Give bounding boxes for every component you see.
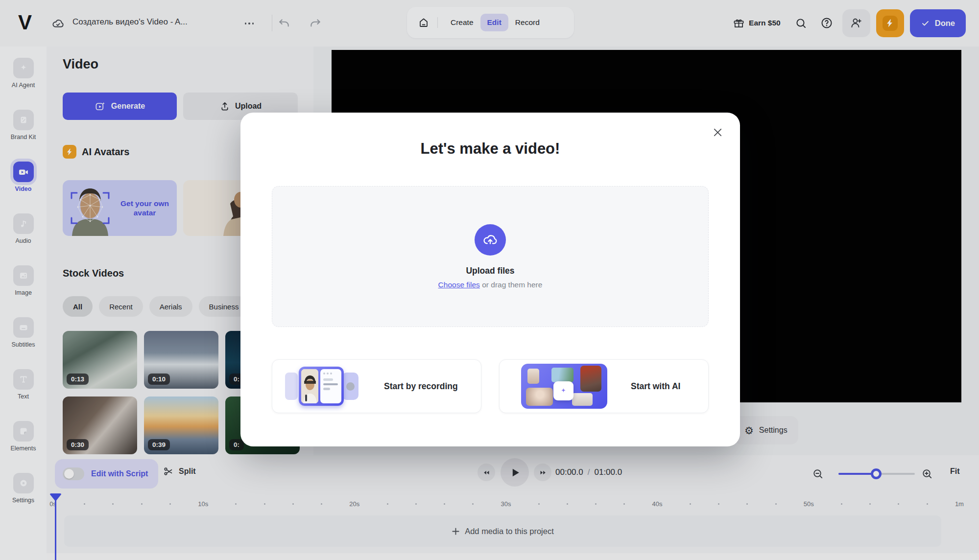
- brand-kit-icon: [18, 114, 29, 126]
- pill-divider: [437, 17, 438, 28]
- image-icon: [18, 270, 29, 281]
- sidebar-item-subtitles[interactable]: Subtitles: [0, 317, 47, 358]
- sparkle-icon: [18, 62, 29, 74]
- lets-make-a-video-modal: Let's make a video! Upload files Choose …: [240, 113, 740, 446]
- cloud-upload-icon[interactable]: [475, 224, 506, 256]
- earn-reward-button[interactable]: Earn $50: [733, 18, 781, 29]
- time-display: 00:00.0 / 01:00.0: [555, 467, 622, 477]
- sidebar-item-video[interactable]: Video: [0, 162, 47, 203]
- stock-category-tabs: All Recent Aerials Business: [63, 296, 249, 317]
- horizontal-scroll-area[interactable]: [0, 553, 979, 560]
- text-icon: [18, 373, 29, 385]
- subtitles-icon: [18, 322, 29, 333]
- generate-button[interactable]: Generate: [63, 93, 177, 120]
- ai-badge-lightning-icon: [63, 145, 76, 159]
- sidebar-item-brand-kit[interactable]: Brand Kit: [0, 110, 47, 151]
- rewind-button[interactable]: [478, 464, 495, 481]
- ai-avatars-header: AI Avatars: [63, 145, 129, 159]
- home-icon[interactable]: [415, 14, 432, 31]
- add-media-track[interactable]: Add media to this project: [64, 515, 941, 547]
- recording-illustration: [285, 364, 358, 409]
- duration-badge: 0:30: [67, 439, 89, 450]
- sidebar-item-image[interactable]: Image: [0, 265, 47, 306]
- tab-all[interactable]: All: [63, 296, 93, 317]
- done-button[interactable]: Done: [910, 9, 966, 37]
- mode-switcher: Create Edit Record: [407, 7, 574, 38]
- tab-create[interactable]: Create: [444, 14, 480, 31]
- current-time: 00:00.0: [555, 467, 583, 477]
- get-avatar-label: Get your own avatar: [118, 199, 177, 218]
- playhead-line[interactable]: [55, 499, 56, 560]
- close-icon[interactable]: [708, 122, 727, 142]
- upload-hint: Choose files or drag them here: [438, 280, 543, 289]
- duration-badge: 0:: [229, 439, 244, 450]
- timeline-bar: Edit with Script Split 00:00.0 / 01:00.0: [47, 455, 979, 560]
- duration-badge: 0:13: [67, 373, 89, 385]
- sidebar-item-elements[interactable]: Elements: [0, 421, 47, 462]
- start-with-ai-card[interactable]: Start with AI: [499, 359, 709, 413]
- lightning-icon: [883, 16, 898, 31]
- sidebar-item-audio[interactable]: Audio: [0, 213, 47, 255]
- tab-record[interactable]: Record: [508, 14, 547, 31]
- left-rail: AI Agent Brand Kit Video Audio Image Sub…: [0, 47, 47, 560]
- plus-icon: [452, 527, 460, 536]
- redo-icon[interactable]: [307, 16, 324, 31]
- ai-card-label: Start with AI: [631, 381, 680, 392]
- get-your-own-avatar-card[interactable]: Get your own avatar: [63, 180, 177, 236]
- sidebar-item-ai-agent[interactable]: AI Agent: [0, 58, 47, 99]
- gift-icon: [733, 18, 744, 29]
- edit-with-script-toggle[interactable]: Edit with Script: [55, 459, 158, 489]
- invite-member-button[interactable]: [842, 9, 870, 37]
- settings-icon: [18, 477, 29, 489]
- video-camera-icon: [17, 166, 29, 178]
- zoom-out-icon[interactable]: [811, 467, 825, 481]
- scissors-icon: [163, 466, 174, 477]
- stock-video-thumbnail[interactable]: 0:30: [63, 397, 137, 454]
- search-icon[interactable]: [791, 13, 811, 33]
- ai-sparkle-icon: [553, 381, 573, 400]
- generate-icon: [95, 101, 106, 112]
- more-options-icon[interactable]: [239, 18, 260, 29]
- timeline-ruler[interactable]: 0s 10s 20s 30s 40s 50s 1m: [49, 497, 964, 511]
- duration-badge: 0:10: [148, 373, 170, 385]
- play-button[interactable]: [501, 458, 529, 487]
- project-title[interactable]: Создатель видео's Video - A...: [72, 17, 228, 27]
- choose-files-link[interactable]: Choose files: [438, 280, 480, 289]
- upgrade-button[interactable]: [876, 9, 904, 37]
- check-icon: [921, 19, 930, 28]
- stock-video-thumbnail[interactable]: 0:13: [63, 331, 137, 389]
- fit-button[interactable]: Fit: [950, 467, 960, 476]
- fast-forward-button[interactable]: [534, 464, 551, 481]
- toggle-switch-off[interactable]: [63, 467, 84, 480]
- slider-knob[interactable]: [871, 468, 882, 479]
- sticker-icon: [18, 425, 29, 437]
- sidebar-item-settings[interactable]: Settings: [0, 473, 47, 514]
- person-add-icon: [850, 17, 862, 29]
- header-divider: [272, 15, 272, 31]
- music-note-icon: [18, 218, 29, 230]
- timeline-zoom-slider[interactable]: [838, 473, 915, 475]
- stock-video-thumbnail[interactable]: 0:10: [144, 331, 218, 389]
- split-button[interactable]: Split: [163, 466, 196, 477]
- modal-title: Let's make a video!: [240, 140, 740, 158]
- sidebar-item-text[interactable]: Text: [0, 369, 47, 410]
- video-editor-app: V Создатель видео's Video - A... Create …: [0, 0, 979, 560]
- panel-title: Video: [63, 57, 98, 72]
- stock-video-thumbnail[interactable]: 0:39: [144, 397, 218, 454]
- zoom-in-icon[interactable]: [920, 467, 934, 481]
- upload-icon: [219, 101, 230, 112]
- tab-recent[interactable]: Recent: [99, 296, 143, 317]
- help-icon[interactable]: [817, 13, 836, 33]
- record-card-label: Start by recording: [384, 381, 458, 392]
- canvas-settings-button[interactable]: ⚙ Settings: [734, 416, 798, 444]
- undo-icon[interactable]: [276, 16, 292, 31]
- tab-aerials[interactable]: Aerials: [149, 296, 192, 317]
- start-by-recording-card[interactable]: Start by recording: [272, 359, 481, 413]
- gear-icon: ⚙: [744, 425, 754, 436]
- veed-logo[interactable]: V: [13, 11, 36, 34]
- cloud-save-status-icon[interactable]: [50, 16, 66, 31]
- tab-edit[interactable]: Edit: [480, 14, 508, 31]
- total-time: 01:00.0: [594, 467, 622, 477]
- ai-illustration: [521, 364, 607, 409]
- upload-dropzone[interactable]: Upload files Choose files or drag them h…: [272, 186, 709, 327]
